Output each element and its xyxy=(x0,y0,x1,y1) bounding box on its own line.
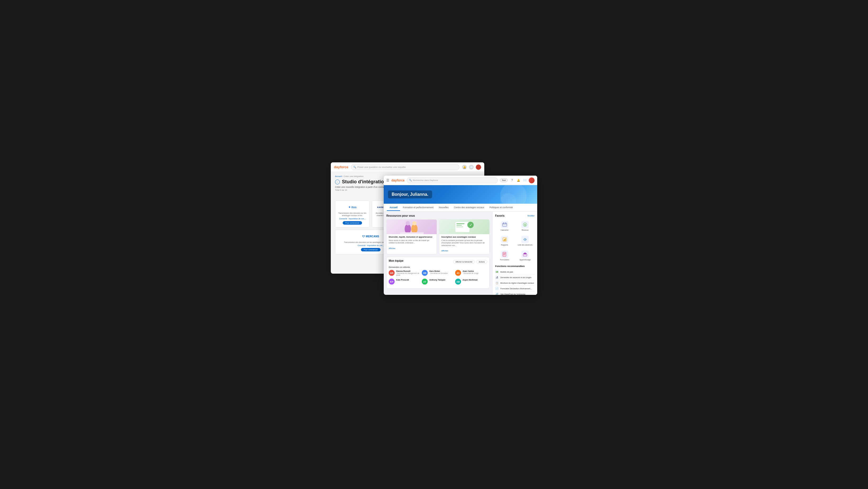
front-mail-icon[interactable]: ✉️ xyxy=(522,178,527,183)
absences-label: Liste des absences xyxy=(518,244,532,246)
dei-desc: Nous avons à cœur de créer un lieu de tr… xyxy=(389,239,435,244)
svg-point-3 xyxy=(412,221,416,225)
calendrier-icon xyxy=(501,221,508,228)
itos-btn[interactable]: Pour commencer xyxy=(343,221,362,225)
formulaire-icon: 📄 xyxy=(495,287,499,290)
tout-filter-badge[interactable]: Tout xyxy=(500,178,507,182)
favori-formulaires[interactable]: Formulaires xyxy=(495,249,514,262)
hierarchy-button[interactable]: Afficher la hiérarchie xyxy=(453,260,475,264)
favori-apprentissage[interactable]: Apprentissage xyxy=(516,249,535,262)
back-search-placeholder: Poser une question ou soumettre une requ… xyxy=(357,166,406,169)
favori-revenus[interactable]: $ Revenus xyxy=(516,219,535,233)
requests-header: Demandes en attente xyxy=(389,266,487,268)
team-members-grid: DR Dianna Russell · Demande de changemen… xyxy=(389,270,487,286)
formulaire-label: Formulaire Déclaration d'événement... xyxy=(500,288,532,290)
tab-avantages[interactable]: Centre des avantages sociaux xyxy=(451,204,487,211)
left-panel: Ressources pour vous xyxy=(384,212,492,295)
hamburger-icon[interactable]: ☰ xyxy=(386,178,389,182)
tab-nouvelles[interactable]: Nouvelles xyxy=(436,204,451,211)
actions-button[interactable]: Actions xyxy=(476,260,487,264)
itos-status: Connecté · Importation de con... xyxy=(339,218,366,220)
front-search-placeholder: Rechercher dans Dayforce xyxy=(413,179,438,181)
favoris-title: Favoris xyxy=(495,214,505,217)
revenus-label: Revenus xyxy=(522,229,528,231)
absences-icon: ✈ xyxy=(521,236,529,243)
member-info-juan: Juan Carlos · Demande de congé xyxy=(463,270,478,274)
member-name-dianna: Dianna Russell xyxy=(396,270,421,272)
benefits-title: Inscription aux avantages sociaux xyxy=(441,236,487,238)
breadcrumb-home[interactable]: Accueil xyxy=(335,175,342,177)
itos-logo-container: ✦ itos xyxy=(348,203,357,211)
modifier-link[interactable]: Modifier xyxy=(527,214,534,217)
favori-calendrier[interactable]: Calendrier xyxy=(495,219,514,233)
rapports-icon xyxy=(501,236,508,243)
resources-title: Ressources pour vous xyxy=(386,214,490,217)
svg-rect-32 xyxy=(505,238,506,241)
user-avatar[interactable] xyxy=(476,165,481,170)
fonction-brochure[interactable]: 📋 Brochure du régime d'avantages sociaux xyxy=(495,280,534,286)
dei-link[interactable]: Afficher xyxy=(389,247,395,250)
main-content: Ressources pour vous xyxy=(384,212,537,295)
nav-tabs: Accueil Formation et perfectionnement No… xyxy=(384,204,537,212)
svg-rect-24 xyxy=(503,223,504,224)
member-request-dianna: · Demande de changement de poste xyxy=(396,272,421,276)
formulaires-label: Formulaires xyxy=(500,259,509,261)
fonctions-title: Fonctions recommandées xyxy=(495,265,534,267)
favoris-header: Favoris Modifier xyxy=(495,214,534,217)
team-header: Mon équipe Afficher la hiérarchie Action… xyxy=(389,259,487,264)
back-topbar: dayforce 🔍 Poser une question ou soumett… xyxy=(331,163,484,172)
formulaires-icon xyxy=(501,251,508,258)
dei-body: Diversité, équité, inclusion et apparten… xyxy=(386,234,437,252)
question-icon[interactable]: ? xyxy=(510,178,515,183)
fonction-vacances[interactable]: 🏖 Demandes de vacances et de congés xyxy=(495,275,534,280)
apprentissage-icon xyxy=(521,251,529,258)
right-panel: Favoris Modifier Calendrier $ Rev xyxy=(492,212,537,295)
back-button[interactable]: ← xyxy=(335,180,340,184)
vacances-icon: 🏖 xyxy=(495,276,499,279)
favori-rapports[interactable]: Rapports xyxy=(495,234,514,248)
fonction-sharepoint[interactable]: 🔗 Site SharePoint de l'entreprise xyxy=(495,291,534,295)
favori-absences[interactable]: ✈ Liste des absences xyxy=(516,234,535,248)
tab-formation[interactable]: Formation et perfectionnement xyxy=(400,204,436,211)
benefits-link[interactable]: Afficher xyxy=(441,250,448,252)
brochure-label: Brochure du régime d'avantages sociaux xyxy=(500,282,534,284)
mercans2-logo: 🛡 MERCANS xyxy=(362,235,379,238)
front-search[interactable]: 🔍 Rechercher dans Dayforce xyxy=(407,177,498,183)
fonction-bulletin[interactable]: 💵 Bulletin de paie xyxy=(495,269,534,275)
svg-text:HB: HB xyxy=(423,272,427,275)
revenus-icon: $ xyxy=(521,221,529,228)
brochure-icon: 📋 xyxy=(495,281,499,285)
front-user-avatar[interactable] xyxy=(529,177,534,183)
mercans2-btn[interactable]: Pour commencer xyxy=(361,248,380,251)
back-search[interactable]: 🔍 Poser une question ou soumettre une re… xyxy=(351,164,459,170)
svg-rect-26 xyxy=(502,224,507,224)
member-request-juan: · Demande de congé xyxy=(463,272,478,274)
benefits-body: Inscription aux avantages sociaux C'est … xyxy=(439,234,489,254)
bulletin-label: Bulletin de paie xyxy=(500,271,513,273)
dei-title: Diversité, équité, inclusion et apparten… xyxy=(389,236,435,238)
sharepoint-label: Site SharePoint de l'entreprise xyxy=(500,293,525,295)
fonction-formulaire[interactable]: 📄 Formulaire Déclaration d'événement... xyxy=(495,286,534,291)
breadcrumb-current: Créer une intégration xyxy=(343,175,363,177)
front-topbar: ☰ dayforce 🔍 Rechercher dans Dayforce To… xyxy=(384,176,537,185)
svg-rect-35 xyxy=(503,253,505,254)
team-member-0: DR Dianna Russell · Demande de changemen… xyxy=(389,270,421,276)
svg-text:JC: JC xyxy=(457,272,460,275)
member-info-kate: Kate Prescott xyxy=(396,279,409,281)
dei-illustration xyxy=(400,220,424,234)
tab-politiques[interactable]: Politiques et conformité xyxy=(487,204,516,211)
mail-icon[interactable]: ✉️ xyxy=(469,165,474,170)
bell-icon[interactable]: 🔔 xyxy=(462,165,467,170)
svg-text:DR: DR xyxy=(390,272,394,275)
svg-text:AB: AB xyxy=(456,281,460,283)
svg-text:✈: ✈ xyxy=(524,238,526,241)
svg-rect-25 xyxy=(505,223,506,224)
team-member-4: AT Anthony Tampan xyxy=(422,279,454,285)
team-member-5: AB Aspen Bothman xyxy=(455,279,487,285)
front-bell-icon[interactable]: 🔔 xyxy=(516,178,521,183)
favoris-grid: Calendrier $ Revenus Rapports xyxy=(495,219,534,262)
svg-rect-7 xyxy=(457,225,462,226)
svg-point-1 xyxy=(406,221,410,225)
tab-accueil[interactable]: Accueil xyxy=(387,204,400,211)
member-info-anthony: Anthony Tampan xyxy=(429,279,445,281)
